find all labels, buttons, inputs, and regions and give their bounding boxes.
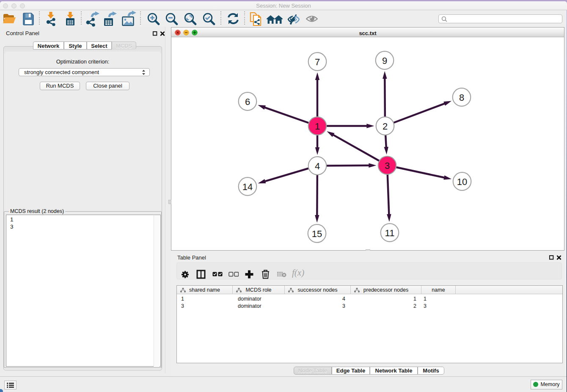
svg-text:15: 15 [312, 229, 322, 239]
svg-text:7: 7 [315, 57, 320, 67]
svg-text:9: 9 [382, 55, 387, 66]
svg-text:10: 10 [457, 177, 467, 187]
svg-text:3: 3 [385, 160, 390, 171]
svg-text:11: 11 [385, 228, 395, 238]
svg-text:8: 8 [459, 92, 464, 103]
svg-text:4: 4 [315, 161, 320, 171]
svg-text:1: 1 [315, 121, 320, 132]
svg-text:6: 6 [245, 97, 250, 107]
svg-text:2: 2 [383, 121, 388, 132]
svg-text:14: 14 [242, 182, 253, 192]
